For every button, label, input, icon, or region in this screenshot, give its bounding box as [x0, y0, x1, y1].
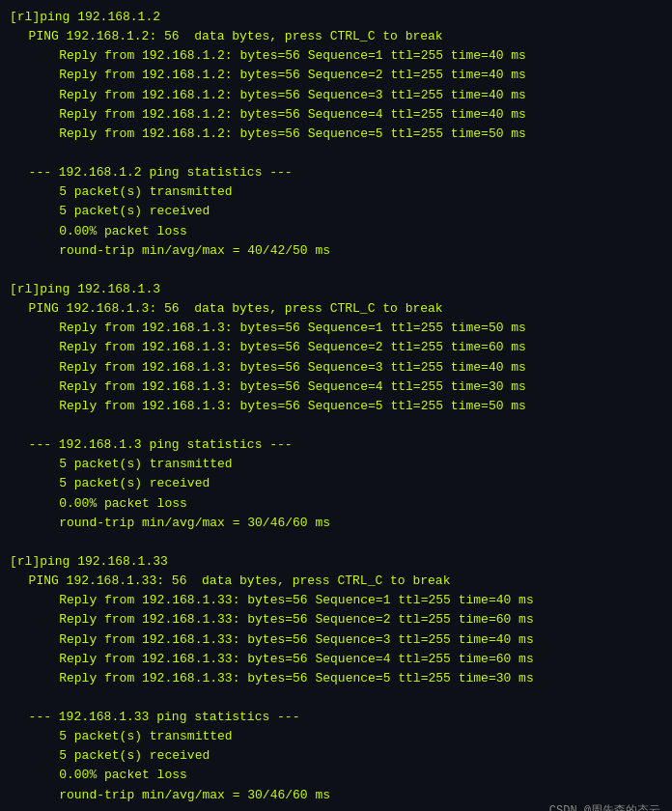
- terminal-line: Reply from 192.168.1.33: bytes=56 Sequen…: [10, 610, 662, 629]
- terminal-line: Reply from 192.168.1.3: bytes=56 Sequenc…: [10, 378, 662, 397]
- terminal-line: round-trip min/avg/max = 40/42/50 ms: [10, 241, 662, 261]
- terminal-line: Reply from 192.168.1.33: bytes=56 Sequen…: [10, 650, 662, 669]
- terminal-line: 5 packet(s) received: [10, 746, 662, 766]
- terminal-line: [10, 688, 662, 708]
- terminal-line: [rl]ping 192.168.1.3: [10, 280, 662, 299]
- terminal-line: 0.00% packet loss: [10, 222, 662, 241]
- terminal-line: PING 192.168.1.33: 56 data bytes, press …: [10, 572, 662, 591]
- terminal-line: Reply from 192.168.1.2: bytes=56 Sequenc…: [10, 125, 662, 144]
- terminal-line: 5 packet(s) transmitted: [10, 727, 662, 746]
- terminal-window: [rl]ping 192.168.1.2 PING 192.168.1.2: 5…: [0, 0, 672, 811]
- terminal-line: Reply from 192.168.1.3: bytes=56 Sequenc…: [10, 358, 662, 378]
- terminal-line: Reply from 192.168.1.33: bytes=56 Sequen…: [10, 591, 662, 610]
- terminal-line: Reply from 192.168.1.3: bytes=56 Sequenc…: [10, 397, 662, 416]
- terminal-line: [10, 144, 662, 163]
- terminal-line: 5 packet(s) received: [10, 202, 662, 221]
- terminal-line: PING 192.168.1.2: 56 data bytes, press C…: [10, 27, 662, 46]
- terminal-line: Reply from 192.168.1.33: bytes=56 Sequen…: [10, 669, 662, 688]
- terminal-line: Reply from 192.168.1.3: bytes=56 Sequenc…: [10, 319, 662, 338]
- terminal-line: [10, 533, 662, 552]
- terminal-line: --- 192.168.1.33 ping statistics ---: [10, 708, 662, 727]
- terminal-line: [rl]ping 192.168.1.2: [10, 8, 662, 27]
- terminal-line: Reply from 192.168.1.33: bytes=56 Sequen…: [10, 630, 662, 650]
- terminal-line: --- 192.168.1.2 ping statistics ---: [10, 163, 662, 182]
- terminal-line: 5 packet(s) transmitted: [10, 455, 662, 474]
- watermark-text: CSDN @周先森的态云: [549, 802, 660, 811]
- terminal-line: 0.00% packet loss: [10, 494, 662, 514]
- terminal-line: Reply from 192.168.1.3: bytes=56 Sequenc…: [10, 338, 662, 357]
- terminal-line: [rl]ping 192.168.1.33: [10, 552, 662, 572]
- terminal-line: Reply from 192.168.1.2: bytes=56 Sequenc…: [10, 46, 662, 66]
- terminal-line: Reply from 192.168.1.2: bytes=56 Sequenc…: [10, 105, 662, 125]
- terminal-line: PING 192.168.1.3: 56 data bytes, press C…: [10, 299, 662, 319]
- terminal-line: [10, 261, 662, 280]
- terminal-line: Reply from 192.168.1.2: bytes=56 Sequenc…: [10, 86, 662, 105]
- terminal-line: 5 packet(s) transmitted: [10, 182, 662, 202]
- terminal-line: [10, 416, 662, 435]
- terminal-line: 5 packet(s) received: [10, 474, 662, 493]
- terminal-line: round-trip min/avg/max = 30/46/60 ms: [10, 514, 662, 533]
- terminal-line: --- 192.168.1.3 ping statistics ---: [10, 435, 662, 455]
- terminal-content: [rl]ping 192.168.1.2 PING 192.168.1.2: 5…: [10, 8, 662, 811]
- terminal-line: Reply from 192.168.1.2: bytes=56 Sequenc…: [10, 66, 662, 85]
- terminal-line: 0.00% packet loss: [10, 766, 662, 785]
